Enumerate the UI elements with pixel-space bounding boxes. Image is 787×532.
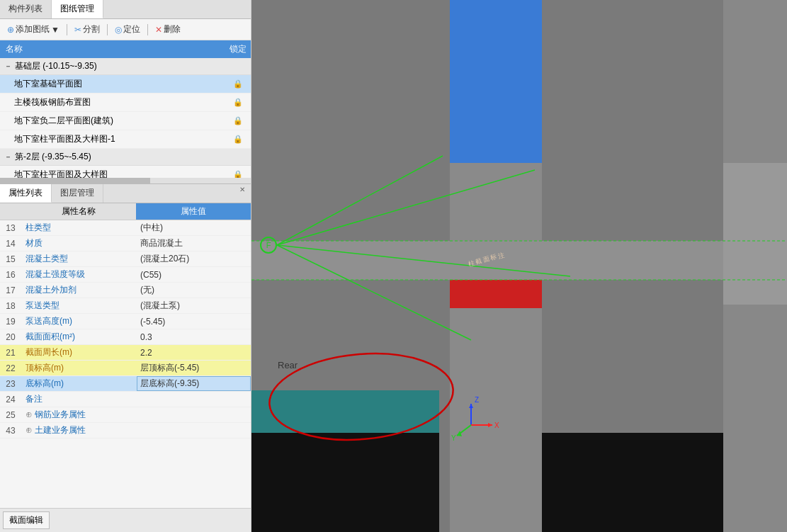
bottom-section: 属性列表 图层管理 ✕ 属性名称 属性值 13 柱类型 (中柱) 14 材质 商… (0, 184, 251, 532)
left-panel: 构件列表 图纸管理 ⊕ 添加图纸 ▼ ✂ 分割 ◎ 定位 ✕ 删除 (0, 0, 251, 532)
delete-button[interactable]: ✕ 删除 (152, 22, 183, 37)
group-header-1[interactable]: － 基础层 (-10.15~-9.35) (0, 58, 251, 75)
sep2 (107, 24, 108, 35)
f-marker: F (260, 237, 277, 254)
prop-row-expandable[interactable]: 43 ⊕ 土建业务属性 (0, 423, 251, 438)
prop-row[interactable]: 14 材质 商品混凝土 (0, 236, 251, 251)
section-edit-button[interactable]: 截面编辑 (3, 511, 50, 529)
drawing-list: － 基础层 (-10.15~-9.35) 地下室基础平面图 🔒 主楼筏板钢筋布置… (0, 58, 251, 178)
delete-icon: ✕ (155, 25, 162, 35)
lock-icon: 🔒 (225, 79, 251, 89)
prop-row-23[interactable]: 23 底标高(m) 层底标高(-9.35) (0, 376, 251, 392)
lock-icon: 🔒 (225, 116, 251, 125)
locate-icon: ◎ (115, 25, 122, 35)
split-button[interactable]: ✂ 分割 (72, 22, 103, 37)
prop-row[interactable]: 20 截面面积(m²) 0.3 (0, 329, 251, 345)
prop-row[interactable]: 16 混凝土强度等级 (C55) (0, 267, 251, 283)
tab-component-list[interactable]: 构件列表 (0, 0, 52, 18)
lock-icon: 🔒 (225, 135, 251, 144)
tab-property-list[interactable]: 属性列表 (0, 184, 52, 203)
lock-icon: 🔒 (225, 98, 251, 107)
prop-row[interactable]: 18 泵送类型 (混凝土泵) (0, 298, 251, 314)
collapse-icon-2: － (4, 152, 12, 162)
prop-tab-bar: 属性列表 图层管理 ✕ (0, 184, 251, 203)
drawing-item[interactable]: 主楼筏板钢筋布置图 🔒 (0, 94, 251, 112)
drawing-table-header: 名称 锁定 (0, 40, 251, 58)
add-icon: ⊕ (7, 25, 14, 35)
top-tab-bar: 构件列表 图纸管理 (0, 0, 251, 19)
prop-row[interactable]: 17 混凝土外加剂 (无) (0, 283, 251, 298)
lock-icon: 🔒 (225, 170, 251, 178)
property-list: 13 柱类型 (中柱) 14 材质 商品混凝土 15 混凝土类型 (混凝土20石… (0, 220, 251, 508)
drawing-item[interactable]: 地下室柱平面图及大样图-1 🔒 (0, 130, 251, 149)
rear-label: Rear (278, 360, 298, 370)
drawing-toolbar: ⊕ 添加图纸 ▼ ✂ 分割 ◎ 定位 ✕ 删除 (0, 19, 251, 40)
drawing-item[interactable]: 地下室柱平面图及大样图 🔒 (0, 166, 251, 178)
split-icon: ✂ (74, 25, 81, 35)
viewport-3d: Z X Y F Rear 柱截面标注 (251, 0, 787, 532)
locate-button[interactable]: ◎ 定位 (112, 22, 143, 37)
prop-row-expandable[interactable]: 25 ⊕ 钢筋业务属性 (0, 407, 251, 423)
tab-layer-management[interactable]: 图层管理 (52, 184, 103, 203)
group-header-2[interactable]: － 第-2层 (-9.35~-5.45) (0, 149, 251, 166)
drawing-scrollbar[interactable] (0, 178, 251, 183)
sep1 (67, 24, 67, 35)
column-blue-section (450, 0, 542, 163)
prop-row[interactable]: 15 混凝土类型 (混凝土20石) (0, 251, 251, 267)
prop-row[interactable]: 19 泵送高度(m) (-5.45) (0, 314, 251, 329)
prop-table-header: 属性名称 属性值 (0, 203, 251, 220)
black-block-right (596, 433, 723, 532)
prop-row[interactable]: 24 备注 (0, 392, 251, 407)
expand-icon: ⊕ (26, 409, 33, 419)
add-drawing-button[interactable]: ⊕ 添加图纸 ▼ (4, 22, 62, 37)
scrollbar-thumb[interactable] (0, 178, 150, 183)
drawing-item[interactable]: 地下室基础平面图 🔒 (0, 75, 251, 94)
top-section: 构件列表 图纸管理 ⊕ 添加图纸 ▼ ✂ 分割 ◎ 定位 ✕ 删除 (0, 0, 251, 184)
drawing-item[interactable]: 地下室负二层平面图(建筑) 🔒 (0, 112, 251, 130)
dropdown-icon: ▼ (51, 25, 60, 35)
close-button[interactable]: ✕ (237, 186, 248, 197)
horizontal-slab (251, 241, 787, 280)
teal-block (251, 390, 439, 433)
tab-drawing-management[interactable]: 图纸管理 (52, 0, 103, 18)
bottom-buttons: 截面编辑 (0, 508, 251, 532)
black-block-left (251, 433, 439, 532)
sep3 (147, 24, 148, 35)
collapse-icon-1: － (4, 61, 12, 72)
prop-row[interactable]: 22 顶标高(m) 层顶标高(-5.45) (0, 361, 251, 376)
right-column-dark (723, 163, 787, 305)
prop-row[interactable]: 13 柱类型 (中柱) (0, 220, 251, 236)
expand-icon: ⊕ (26, 425, 33, 435)
prop-row[interactable]: 21 截面周长(m) 2.2 (0, 345, 251, 361)
